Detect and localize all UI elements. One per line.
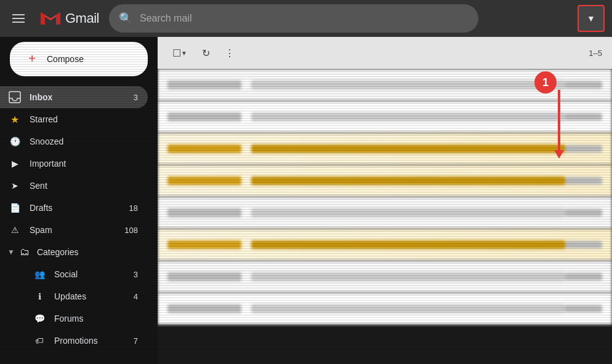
snoozed-label: Snoozed: [30, 136, 138, 146]
updates-icon: ℹ: [32, 289, 47, 304]
subject: [251, 176, 565, 185]
subject: [251, 144, 565, 153]
starred-label: Starred: [30, 114, 138, 124]
drafts-icon: 📄: [7, 200, 22, 215]
chevron-down-icon: ▼: [587, 14, 595, 23]
compose-button[interactable]: + Compose: [10, 42, 148, 76]
snoozed-icon: 🕐: [7, 134, 22, 149]
refresh-button[interactable]: ↻: [197, 42, 215, 64]
subject: [251, 240, 565, 249]
table-row[interactable]: [158, 165, 612, 197]
date: [565, 209, 602, 216]
table-row[interactable]: [158, 69, 612, 101]
updates-badge: 4: [134, 292, 138, 301]
spam-label: Spam: [30, 225, 124, 235]
menu-button[interactable]: [7, 9, 30, 28]
social-label: Social: [54, 269, 134, 279]
sidebar-item-drafts[interactable]: 📄 Drafts 18: [0, 197, 148, 219]
sidebar-item-snoozed[interactable]: 🕐 Snoozed: [0, 130, 148, 152]
social-badge: 3: [134, 270, 138, 279]
sender: [167, 240, 241, 249]
important-icon: ▶: [7, 156, 22, 171]
sender: [167, 113, 241, 121]
date: [565, 113, 602, 121]
table-row[interactable]: [158, 197, 612, 229]
search-bar[interactable]: 🔍: [109, 4, 478, 33]
more-icon: ⋮: [225, 47, 235, 59]
email-toolbar: ☐ ▼ ↻ ⋮ 1–5: [158, 37, 612, 69]
sender: [167, 208, 241, 217]
categories-folder-icon: 🗂: [20, 247, 30, 258]
sender: [167, 176, 241, 185]
date: [565, 305, 602, 312]
sidebar-item-sent[interactable]: ➤ Sent: [0, 175, 148, 197]
forums-label: Forums: [54, 314, 138, 323]
email-list: [158, 69, 612, 364]
table-row[interactable]: [158, 261, 612, 293]
select-all-button[interactable]: ☐ ▼: [167, 42, 192, 64]
promotions-badge: 7: [134, 336, 138, 346]
sidebar-item-inbox[interactable]: Inbox 3: [0, 86, 148, 108]
sender: [167, 144, 241, 153]
categories-label: Categories: [37, 247, 79, 257]
table-row[interactable]: [158, 229, 612, 261]
date: [565, 177, 602, 184]
sidebar-item-social[interactable]: 👥 Social 3: [0, 263, 148, 285]
subject: [251, 272, 565, 281]
sidebar-item-starred[interactable]: ★ Starred: [0, 108, 148, 130]
subject: [251, 81, 565, 89]
forums-icon: 💬: [32, 311, 47, 326]
important-label: Important: [30, 159, 138, 168]
sent-label: Sent: [30, 181, 138, 191]
inbox-icon: [7, 90, 22, 105]
sidebar-item-forums[interactable]: 💬 Forums: [0, 307, 148, 330]
table-row[interactable]: [158, 101, 612, 133]
body-container: + Compose Inbox 3 ★ Starred 🕐 Snoozed: [0, 37, 612, 364]
table-row[interactable]: [158, 133, 612, 165]
date: [565, 241, 602, 248]
sidebar: + Compose Inbox 3 ★ Starred 🕐 Snoozed: [0, 37, 158, 364]
checkbox-icon: ☐: [172, 47, 181, 59]
star-icon: ★: [7, 112, 22, 127]
promotions-label: Promotions: [54, 336, 134, 346]
inbox-label: Inbox: [30, 92, 134, 102]
table-row[interactable]: [158, 293, 612, 325]
search-icon: 🔍: [119, 12, 132, 25]
spam-icon: ⚠: [7, 223, 22, 237]
social-icon: 👥: [32, 267, 47, 282]
refresh-icon: ↻: [202, 47, 210, 59]
date: [565, 81, 602, 89]
date: [565, 273, 602, 280]
gmail-label: Gmail: [65, 10, 99, 26]
sent-icon: ➤: [7, 178, 22, 193]
drafts-label: Drafts: [30, 203, 129, 213]
header: Gmail 🔍 ▼: [0, 0, 612, 37]
sidebar-item-updates[interactable]: ℹ Updates 4: [0, 285, 148, 307]
inbox-badge: 3: [134, 93, 138, 102]
date: [565, 145, 602, 152]
sidebar-item-promotions[interactable]: 🏷 Promotions 7: [0, 330, 148, 352]
sender: [167, 272, 241, 281]
updates-label: Updates: [54, 291, 134, 301]
gmail-logo: Gmail: [39, 10, 99, 27]
compose-plus-icon: +: [25, 52, 39, 66]
sidebar-item-spam[interactable]: ⚠ Spam 108: [0, 219, 148, 241]
gmail-m-icon: [39, 10, 62, 27]
spam-badge: 108: [124, 226, 138, 235]
more-options-button[interactable]: ⋮: [220, 42, 240, 64]
subject: [251, 208, 565, 217]
categories-header[interactable]: ▼ 🗂 Categories: [0, 241, 158, 263]
search-input[interactable]: [140, 13, 469, 24]
categories-arrow-icon: ▼: [7, 248, 15, 256]
sender: [167, 81, 241, 89]
sidebar-item-important[interactable]: ▶ Important: [0, 152, 148, 175]
main-content: ☐ ▼ ↻ ⋮ 1–5: [158, 37, 612, 364]
dropdown-small-icon: ▼: [181, 50, 187, 57]
sender: [167, 304, 241, 313]
search-dropdown-button[interactable]: ▼: [578, 5, 605, 32]
pagination-text: 1–5: [589, 49, 602, 58]
subject: [251, 304, 565, 313]
promotions-icon: 🏷: [32, 333, 47, 348]
compose-label: Compose: [47, 54, 84, 64]
subject: [251, 113, 565, 121]
